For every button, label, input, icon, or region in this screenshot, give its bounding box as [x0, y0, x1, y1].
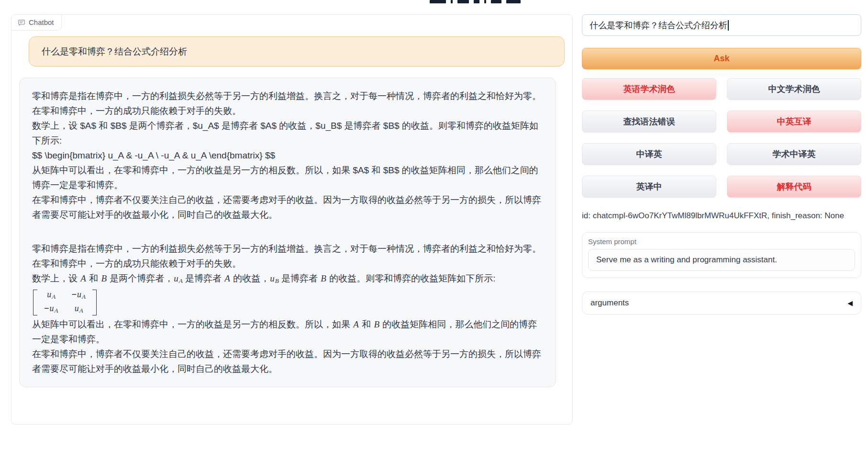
- chatbot-label: Chatbot: [29, 18, 54, 26]
- matrix-left-bracket: [33, 290, 37, 315]
- matrix-cell: −uA: [71, 289, 85, 303]
- system-prompt-label: System prompt: [588, 237, 855, 246]
- quick-button-explain-code[interactable]: 解释代码: [727, 176, 861, 198]
- chatbot-label-tab: Chatbot: [11, 15, 62, 31]
- bot-line: 在零和博弈中，一方的成功只能依赖于对手的失败。: [32, 103, 543, 118]
- question-input[interactable]: 什么是零和博弈？结合公式介绍分析: [582, 14, 861, 36]
- ask-button[interactable]: Ask: [582, 48, 861, 69]
- quick-button-en-to-zh[interactable]: 英译中: [582, 176, 716, 198]
- completion-status-line: id: chatcmpl-6wOo7KrYTwMl89lbrMWRu4UkFFX…: [582, 211, 861, 221]
- bot-message-bubble: 零和博弈是指在博弈中，一方的利益损失必然等于另一方的利益增益。换言之，对于每一种…: [19, 78, 556, 387]
- collapse-triangle-icon[interactable]: ◀: [847, 299, 853, 307]
- quick-button-academic-zh-to-en[interactable]: 学术中译英: [727, 143, 861, 165]
- bot-line: 零和博弈是指在博弈中，一方的利益损失必然等于另一方的利益增益。换言之，对于每一种…: [32, 241, 543, 256]
- quick-action-grid: 英语学术润色 中文学术润色 查找语法错误 中英互译 中译英 学术中译英 英译中 …: [582, 78, 861, 198]
- chat-bubble-icon: [18, 19, 25, 26]
- payoff-matrix: uA −uA −uA uA: [33, 290, 97, 315]
- bot-line-math: 从矩阵中可以看出，在零和博弈中，一方的收益是另一方的相反数。所以，如果 A 和 …: [32, 317, 543, 347]
- system-prompt-input[interactable]: Serve me as a writing and programming as…: [588, 249, 855, 271]
- system-prompt-value: Serve me as a writing and programming as…: [596, 255, 777, 265]
- quick-button-find-grammar-errors[interactable]: 查找语法错误: [582, 111, 716, 133]
- message-gap: [32, 222, 543, 241]
- app-root: Chatbot 什么是零和博弈？结合公式介绍分析 零和博弈是指在博弈中，一方的利…: [0, 0, 868, 460]
- matrix-cell: uA: [46, 289, 56, 303]
- arguments-accordion-header[interactable]: arguments ◀: [582, 292, 861, 314]
- text-caret: [728, 20, 729, 31]
- bot-line: 零和博弈是指在博弈中，一方的利益损失必然等于另一方的利益增益。换言之，对于每一种…: [32, 89, 543, 103]
- bot-line: 在零和博弈中，博弈者不仅要关注自己的收益，还需要考虑对手的收益。因为一方取得的收…: [32, 347, 543, 376]
- bot-line: 从矩阵中可以看出，在零和博弈中，一方的收益是另一方的相反数。所以，如果 $A$ …: [32, 163, 543, 192]
- user-message-bubble: 什么是零和博弈？结合公式介绍分析: [29, 36, 565, 67]
- system-prompt-card: System prompt Serve me as a writing and …: [582, 232, 861, 278]
- bot-line: 在零和博弈中，一方的成功只能依赖于对手的失败。: [32, 256, 543, 271]
- clipped-page-title: [430, 0, 521, 4]
- matrix-cell: −uA: [44, 303, 58, 316]
- bot-line-latex: $$ \begin{bmatrix} u_A & -u_A \ -u_A & u…: [32, 148, 543, 163]
- quick-button-english-academic-polish[interactable]: 英语学术润色: [582, 78, 716, 100]
- accordion-label: arguments: [590, 298, 629, 308]
- bot-line: 在零和博弈中，博弈者不仅要关注自己的收益，还需要考虑对手的收益。因为一方取得的收…: [32, 192, 543, 222]
- bot-line-math: 数学上，设 A 和 B 是两个博弈者，uA 是博弈者 A 的收益，uB 是博弈者…: [32, 271, 543, 288]
- question-input-value: 什么是零和博弈？结合公式介绍分析: [590, 20, 727, 31]
- chatbot-panel: Chatbot 什么是零和博弈？结合公式介绍分析 零和博弈是指在博弈中，一方的利…: [11, 14, 573, 425]
- quick-button-zh-to-en[interactable]: 中译英: [582, 143, 716, 165]
- matrix-cell: uA: [74, 303, 83, 316]
- quick-button-chinese-academic-polish[interactable]: 中文学术润色: [727, 78, 861, 100]
- matrix-right-bracket: [92, 290, 97, 315]
- quick-button-zh-en-mutual-translate[interactable]: 中英互译: [727, 111, 861, 133]
- bot-line: 数学上，设 $A$ 和 $B$ 是两个博弈者，$u_A$ 是博弈者 $A$ 的收…: [32, 118, 543, 148]
- user-message-text: 什么是零和博弈？结合公式介绍分析: [42, 44, 552, 59]
